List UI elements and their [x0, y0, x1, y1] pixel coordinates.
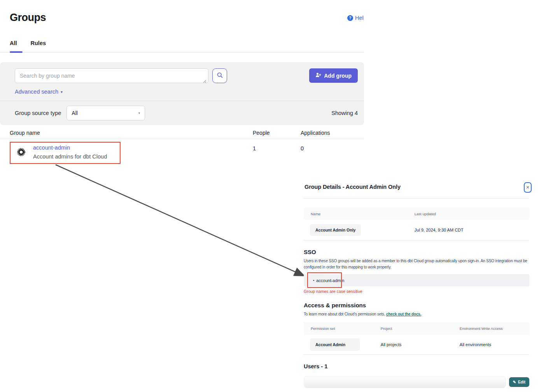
environment-value: All environments	[453, 342, 529, 347]
header-environment-write-access: Environment Write Access	[453, 326, 529, 331]
tab-rules[interactable]: Rules	[31, 40, 46, 52]
group-source-type-label: Group source type	[15, 110, 61, 116]
gear-icon	[16, 147, 26, 160]
header-last-updated: Last updated	[408, 212, 529, 216]
group-source-type-select[interactable]: All ▾	[66, 106, 145, 120]
groups-table: Group name People Applications account-a…	[0, 127, 364, 167]
groups-table-header: Group name People Applications	[0, 127, 364, 139]
access-description-text: To learn more about dbt Cloud's permissi…	[304, 312, 386, 316]
edit-button[interactable]: ✎ Edit	[509, 377, 529, 387]
search-button[interactable]	[212, 68, 227, 83]
info-table-header: Name Last updated	[304, 208, 529, 220]
permissions-table-row: Account Admin All projects All environme…	[304, 335, 529, 354]
chevron-down-icon: ▾	[138, 111, 140, 115]
panel-footer: ✎ Edit	[304, 376, 529, 388]
users-heading: Users - 1	[304, 363, 529, 369]
access-permissions-heading: Access & permissions	[304, 302, 529, 308]
people-count: 1	[253, 145, 301, 152]
docs-link[interactable]: check out the docs.	[386, 312, 422, 316]
showing-count: Showing 4	[331, 110, 358, 116]
header-people: People	[253, 130, 301, 136]
header-permission-set: Permission set	[304, 326, 374, 331]
permissions-table: Permission set Project Environment Write…	[304, 322, 529, 355]
help-label: Help	[355, 15, 364, 21]
search-icon	[217, 72, 223, 80]
filter-panel: Add group Advanced search ▾ Group source…	[0, 62, 364, 125]
project-value: All projects	[374, 342, 453, 347]
search-input[interactable]	[15, 68, 208, 83]
tab-bar: All Rules	[10, 40, 46, 52]
sso-group-name: account-admin	[316, 278, 344, 283]
edit-label: Edit	[518, 380, 525, 384]
advanced-search-label: Advanced search	[15, 89, 58, 95]
group-link[interactable]: account-admin	[33, 145, 107, 151]
groups-page: Groups ? Help All Rules Add group	[0, 0, 364, 179]
help-link[interactable]: ? Help	[347, 15, 364, 21]
sso-description: Users in these SSO groups will be added …	[304, 258, 528, 270]
case-sensitive-warning: Group names are case sensitive	[304, 289, 529, 294]
group-description: Account admins for dbt Cloud	[33, 153, 107, 160]
group-name-cell: account-admin Account admins for dbt Clo…	[0, 145, 253, 160]
applications-count: 0	[301, 145, 364, 152]
bullet-icon: •	[313, 279, 314, 282]
tab-all[interactable]: All	[10, 40, 17, 52]
tab-divider	[0, 52, 364, 52]
header-name: Name	[304, 212, 408, 216]
header-project: Project	[374, 326, 453, 331]
access-description: To learn more about dbt Cloud's permissi…	[304, 311, 528, 317]
add-user-icon	[315, 72, 321, 79]
advanced-search-toggle[interactable]: Advanced search ▾	[15, 89, 63, 95]
panel-title: Group Details - Account Admin Only	[304, 184, 401, 190]
caret-down-icon: ▾	[61, 90, 63, 94]
add-group-label: Add group	[324, 73, 352, 79]
info-table-row: Account Admin Only Jul 9, 2024, 9:30 AM …	[304, 220, 529, 240]
selected-source-value: All	[72, 110, 78, 116]
header-group-name: Group name	[0, 130, 253, 136]
permissions-table-header: Permission set Project Environment Write…	[304, 322, 529, 335]
permission-set-pill: Account Admin	[310, 338, 360, 351]
panel-header: Group Details - Account Admin Only ✕	[304, 179, 529, 198]
sso-group-chip: • account-admin	[313, 278, 344, 283]
active-tab-indicator	[10, 51, 23, 53]
sso-heading: SSO	[304, 249, 529, 255]
help-icon: ?	[347, 15, 353, 21]
header-applications: Applications	[301, 130, 364, 136]
search-row: Add group	[15, 68, 358, 83]
group-info-table: Name Last updated Account Admin Only Jul…	[304, 208, 529, 240]
group-name-pill: Account Admin Only	[310, 224, 361, 236]
pencil-icon: ✎	[513, 380, 516, 384]
group-details-panel: Group Details - Account Admin Only ✕ Nam…	[304, 179, 529, 388]
panel-divider	[304, 198, 529, 199]
table-row[interactable]: account-admin Account admins for dbt Clo…	[0, 139, 364, 167]
last-updated-value: Jul 9, 2024, 9:30 AM CDT	[408, 228, 529, 232]
close-button[interactable]: ✕	[524, 182, 532, 193]
close-icon: ✕	[526, 185, 529, 190]
page-title: Groups	[10, 12, 46, 24]
sso-group-chip-bar[interactable]: • account-admin	[304, 274, 529, 286]
footer-bar	[304, 376, 506, 388]
group-source-row: Group source type All ▾ Showing 4	[15, 101, 358, 125]
add-group-button[interactable]: Add group	[309, 68, 358, 83]
